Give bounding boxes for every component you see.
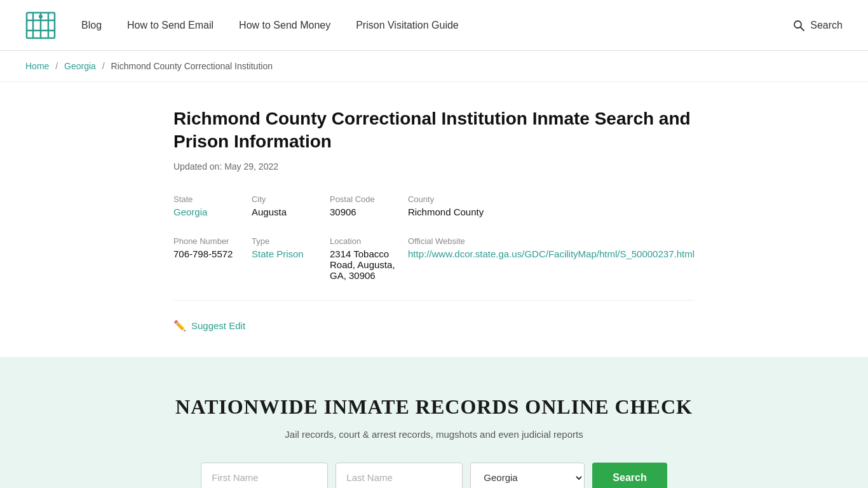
- state-select[interactable]: AlabamaAlaskaArizonaArkansasCaliforniaCo…: [470, 463, 585, 488]
- inmate-search-form: AlabamaAlaskaArizonaArkansasCaliforniaCo…: [25, 463, 843, 488]
- type-cell: Type State Prison: [252, 236, 317, 281]
- location-label: Location: [330, 236, 395, 246]
- website-value[interactable]: http://www.dcor.state.ga.us/GDC/Facility…: [408, 248, 695, 259]
- main-content: Richmond County Correctional Institution…: [148, 107, 720, 332]
- info-grid: State Georgia City Augusta Postal Code 3…: [173, 194, 695, 281]
- phone-cell: Phone Number 706-798-5572: [173, 236, 239, 281]
- svg-point-6: [39, 15, 43, 18]
- nav-send-email[interactable]: How to Send Email: [127, 20, 214, 31]
- postal-cell: Postal Code 30906: [330, 194, 395, 217]
- search-label: Search: [810, 20, 843, 31]
- breadcrumb-sep-1: /: [55, 61, 58, 71]
- suggest-edit-link[interactable]: ✏️ Suggest Edit: [173, 320, 695, 332]
- section-subtitle: Jail records, court & arrest records, mu…: [25, 429, 843, 440]
- header-search[interactable]: Search: [792, 19, 843, 32]
- city-label: City: [252, 194, 317, 204]
- state-label: State: [173, 194, 239, 204]
- search-button[interactable]: Search: [592, 463, 667, 488]
- phone-label: Phone Number: [173, 236, 239, 246]
- breadcrumb-home[interactable]: Home: [25, 61, 49, 71]
- pencil-icon: ✏️: [173, 320, 186, 332]
- city-value: Augusta: [252, 207, 317, 217]
- website-label: Official Website: [408, 236, 695, 246]
- search-icon: [792, 19, 805, 32]
- svg-line-8: [801, 27, 804, 30]
- county-cell: County Richmond County: [408, 194, 695, 217]
- inmate-search-section: NATIONWIDE INMATE RECORDS ONLINE CHECK J…: [0, 357, 868, 488]
- county-label: County: [408, 194, 695, 204]
- page-title: Richmond County Correctional Institution…: [173, 107, 695, 154]
- svg-point-7: [794, 21, 801, 28]
- state-value[interactable]: Georgia: [173, 207, 207, 217]
- last-name-input[interactable]: [336, 463, 463, 488]
- state-cell: State Georgia: [173, 194, 239, 217]
- city-cell: City Augusta: [252, 194, 317, 217]
- logo-icon: [25, 10, 56, 41]
- content-divider: [173, 300, 695, 301]
- nav-visitation[interactable]: Prison Visitation Guide: [356, 20, 459, 31]
- location-value: 2314 Tobacco Road, Augusta, GA, 30906: [330, 248, 395, 281]
- site-logo[interactable]: [25, 10, 56, 41]
- breadcrumb: Home / Georgia / Richmond County Correct…: [0, 51, 868, 82]
- suggest-edit-label: Suggest Edit: [191, 320, 245, 331]
- nav-blog[interactable]: Blog: [81, 20, 102, 31]
- location-cell: Location 2314 Tobacco Road, Augusta, GA,…: [330, 236, 395, 281]
- postal-value: 30906: [330, 207, 395, 217]
- type-value[interactable]: State Prison: [252, 248, 304, 259]
- type-label: Type: [252, 236, 317, 246]
- breadcrumb-sep-2: /: [102, 61, 105, 71]
- website-cell: Official Website http://www.dcor.state.g…: [408, 236, 695, 281]
- county-value: Richmond County: [408, 207, 695, 217]
- updated-date: Updated on: May 29, 2022: [173, 161, 695, 172]
- phone-value: 706-798-5572: [173, 248, 239, 259]
- main-nav: Blog How to Send Email How to Send Money…: [81, 20, 792, 31]
- breadcrumb-current: Richmond County Correctional Institution: [111, 61, 273, 71]
- first-name-input[interactable]: [201, 463, 328, 488]
- nav-send-money[interactable]: How to Send Money: [239, 20, 330, 31]
- section-title: NATIONWIDE INMATE RECORDS ONLINE CHECK: [25, 395, 843, 419]
- postal-label: Postal Code: [330, 194, 395, 204]
- site-header: Blog How to Send Email How to Send Money…: [0, 0, 868, 51]
- breadcrumb-georgia[interactable]: Georgia: [64, 61, 96, 71]
